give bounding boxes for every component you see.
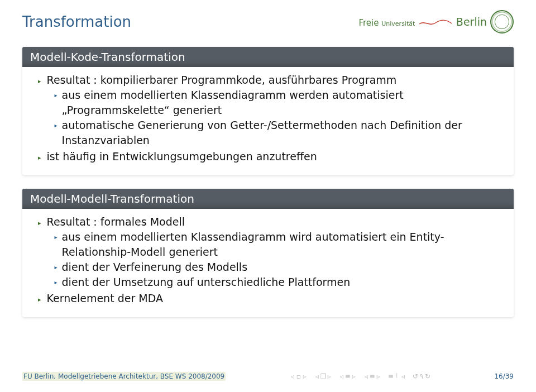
block-model-model: Modell-Modell-Transformation Resultat : … bbox=[22, 189, 514, 317]
logo-text: Freie Universität Berlin bbox=[358, 16, 487, 28]
block2-list: Resultat : formales Modell aus einem mod… bbox=[32, 214, 504, 306]
list-item: dient der Verfeinerung des Modells bbox=[55, 260, 504, 275]
logo-universitaet: Universität bbox=[381, 20, 415, 27]
list-item: Kernelement der MDA bbox=[38, 291, 504, 306]
item-text: dient der Verfeinerung des Modells bbox=[62, 260, 504, 275]
list-item: dient der Umsetzung auf unterschiedliche… bbox=[55, 275, 504, 290]
nav-back-forward[interactable]: ↺۹↻ bbox=[413, 372, 430, 380]
list-item: Resultat : formales Modell aus einem mod… bbox=[38, 214, 504, 290]
logo-free: Freie bbox=[358, 18, 379, 28]
slide-title: Transformation bbox=[22, 13, 131, 30]
svg-point-0 bbox=[495, 15, 509, 28]
item-text: Resultat : formales Modell bbox=[47, 216, 185, 228]
footer-left: FU Berlin, Modellgetriebene Architektur,… bbox=[22, 372, 226, 381]
list-item: aus einem modellierten Klassendiagramm w… bbox=[55, 230, 504, 260]
page-number: 16/39 bbox=[494, 372, 514, 380]
footer: FU Berlin, Modellgetriebene Architektur,… bbox=[0, 372, 536, 381]
list-item: Resultat : kompilierbarer Programmkode, … bbox=[38, 73, 504, 148]
logo-berlin: Berlin bbox=[456, 16, 487, 28]
sub-list: aus einem modellierten Klassendiagramm w… bbox=[47, 230, 504, 290]
block2-body: Resultat : formales Modell aus einem mod… bbox=[22, 209, 514, 309]
item-text: Kernelement der MDA bbox=[47, 292, 163, 304]
item-text: aus einem modellierten Klassendiagramm w… bbox=[62, 230, 504, 260]
item-text: automatische Generierung von Getter-/Set… bbox=[62, 118, 504, 148]
nav-appendix[interactable]: ≡|◃ bbox=[388, 372, 406, 380]
university-seal-icon bbox=[490, 10, 514, 34]
svg-point-1 bbox=[492, 12, 511, 31]
sub-list: aus einem modellierten Klassendiagramm w… bbox=[47, 88, 504, 148]
item-text: Resultat : kompilierbarer Programmkode, … bbox=[47, 74, 397, 86]
nav-controls: ◃▫▹ ◃❐▹ ◃≡▹ ◃≡▹ ≡|◃ ↺۹↻ bbox=[290, 372, 430, 380]
list-item: ist häufig in Entwicklungsumgebungen anz… bbox=[38, 149, 504, 164]
block1-list: Resultat : kompilierbarer Programmkode, … bbox=[32, 73, 504, 164]
block-model-kode: Modell-Kode-Transformation Resultat : ko… bbox=[22, 47, 514, 175]
item-text: aus einem modellierten Klassendiagramm w… bbox=[62, 88, 504, 118]
item-text: ist häufig in Entwicklungsumgebungen anz… bbox=[47, 150, 317, 162]
list-item: aus einem modellierten Klassendiagramm w… bbox=[55, 88, 504, 118]
nav-section[interactable]: ◃≡▹ bbox=[339, 372, 357, 380]
nav-subsection[interactable]: ◃❐▹ bbox=[314, 372, 332, 380]
header: Transformation Freie Universität Berlin bbox=[22, 10, 514, 34]
block1-body: Resultat : kompilierbarer Programmkode, … bbox=[22, 67, 514, 168]
flourish-icon bbox=[419, 19, 452, 27]
nav-frame-prev-next[interactable]: ◃▫▹ bbox=[290, 372, 308, 380]
block2-title: Modell-Modell-Transformation bbox=[22, 189, 514, 209]
nav-part[interactable]: ◃≡▹ bbox=[363, 372, 381, 380]
slide: Transformation Freie Universität Berlin … bbox=[0, 0, 536, 392]
list-item: automatische Generierung von Getter-/Set… bbox=[55, 118, 504, 148]
block1-title: Modell-Kode-Transformation bbox=[22, 47, 514, 67]
university-logo: Freie Universität Berlin bbox=[358, 10, 514, 34]
item-text: dient der Umsetzung auf unterschiedliche… bbox=[62, 275, 504, 290]
